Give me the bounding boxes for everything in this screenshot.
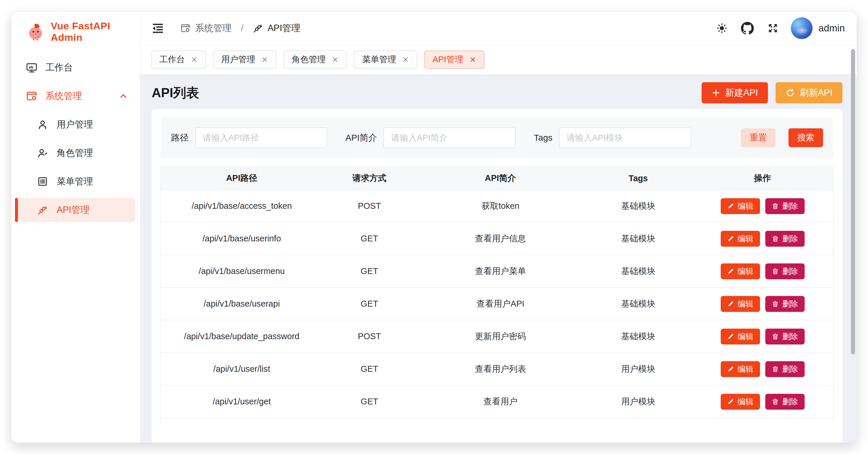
scrollbar-thumb[interactable]: [851, 49, 855, 354]
delete-button[interactable]: 删除: [765, 329, 805, 344]
cell-tags: 用户模块: [585, 363, 692, 375]
window-gear-icon: [181, 23, 190, 33]
theme-sun-icon[interactable]: [716, 23, 727, 34]
delete-button[interactable]: 删除: [765, 231, 805, 247]
filter-bar: 路径 API简介 Tags 重置 搜索: [160, 117, 834, 158]
cell-method: GET: [322, 397, 417, 406]
chevron-up-icon[interactable]: [119, 92, 128, 101]
cell-actions: 编辑 删除: [692, 394, 833, 410]
cell-tags: 基础模块: [585, 331, 692, 342]
app-title: Vue FastAPI Admin: [51, 20, 140, 43]
delete-button[interactable]: 删除: [765, 394, 805, 410]
sidebar-item-label: 角色管理: [57, 147, 93, 159]
list-icon: [37, 176, 49, 187]
col-header-actions: 操作: [692, 172, 833, 184]
path-filter-label: 路径: [171, 132, 189, 144]
trash-icon: [772, 333, 779, 340]
edit-button[interactable]: 编辑: [721, 198, 760, 214]
table-row: /api/v1/user/get GET 查看用户 用户模块 编辑 删除: [161, 386, 833, 418]
cell-method: POST: [322, 332, 417, 341]
app-logo: Vue FastAPI Admin: [11, 11, 140, 44]
sidebar-item-menus[interactable]: 菜单管理: [15, 169, 135, 194]
delete-button[interactable]: 删除: [765, 263, 805, 279]
cell-tags: 基础模块: [585, 233, 692, 245]
sidebar: Vue FastAPI Admin 工作台: [11, 11, 141, 443]
new-api-button[interactable]: 新建API: [702, 82, 768, 103]
refresh-api-button[interactable]: 刷新API: [776, 82, 842, 103]
cell-actions: 编辑 删除: [692, 263, 833, 279]
new-api-label: 新建API: [725, 87, 758, 99]
tab-workbench[interactable]: 工作台: [151, 51, 206, 69]
edit-button[interactable]: 编辑: [721, 361, 760, 377]
username[interactable]: admin: [818, 23, 845, 34]
sidebar-item-label: API管理: [57, 204, 90, 216]
col-header-tags: Tags: [585, 174, 692, 183]
sidebar-item-system[interactable]: 系统管理: [15, 84, 135, 108]
tab-close-icon[interactable]: [332, 56, 339, 63]
summary-filter-input[interactable]: [383, 127, 516, 148]
sidebar-item-label: 系统管理: [45, 90, 82, 102]
cell-path: /api/v1/user/get: [161, 397, 322, 406]
app-window: Vue FastAPI Admin 工作台: [11, 11, 857, 443]
tab-close-icon[interactable]: [261, 56, 268, 63]
cell-method: GET: [322, 234, 417, 244]
breadcrumb-current[interactable]: API管理: [268, 22, 301, 34]
delete-button[interactable]: 删除: [765, 198, 805, 214]
user-avatar[interactable]: [791, 17, 812, 39]
tab-roles[interactable]: 角色管理: [283, 51, 347, 69]
tab-label: 菜单管理: [362, 54, 396, 65]
table-row: /api/v1/base/update_password POST 更新用户密码…: [161, 320, 833, 353]
edit-button[interactable]: 编辑: [721, 329, 760, 344]
trash-icon: [772, 268, 779, 275]
sidebar-item-label: 用户管理: [57, 118, 93, 131]
pencil-icon: [727, 333, 734, 340]
plug-icon: [253, 23, 263, 33]
page-content: API列表 新建API: [141, 74, 857, 443]
sidebar-item-label: 工作台: [45, 61, 73, 74]
plug-icon: [37, 204, 49, 216]
breadcrumb-parent[interactable]: 系统管理: [195, 22, 231, 34]
cell-summary: 查看用户信息: [416, 233, 585, 245]
reset-button[interactable]: 重置: [741, 128, 776, 147]
tags-filter-input[interactable]: [559, 127, 691, 148]
cell-actions: 编辑 删除: [692, 361, 833, 377]
tab-close-icon[interactable]: [191, 56, 198, 63]
tab-bar: 工作台 用户管理 角色管理 菜单管理: [141, 45, 857, 74]
fullscreen-icon[interactable]: [767, 23, 778, 34]
pencil-icon: [727, 268, 734, 275]
tab-api[interactable]: API管理: [424, 51, 485, 69]
breadcrumb: 系统管理 / API管理: [181, 22, 301, 34]
sidebar-item-api[interactable]: API管理: [15, 198, 135, 222]
sidebar-collapse-icon[interactable]: [151, 22, 165, 35]
edit-button[interactable]: 编辑: [721, 231, 760, 247]
cell-path: /api/v1/base/usermenu: [161, 266, 322, 276]
cell-method: GET: [322, 266, 417, 276]
edit-button[interactable]: 编辑: [721, 394, 760, 410]
breadcrumb-separator: /: [241, 23, 244, 33]
tab-label: 角色管理: [292, 54, 326, 65]
sidebar-item-users[interactable]: 用户管理: [15, 112, 135, 137]
cell-summary: 更新用户密码: [416, 331, 585, 342]
tab-menus[interactable]: 菜单管理: [354, 51, 417, 69]
sidebar-item-roles[interactable]: 角色管理: [15, 141, 135, 165]
search-button[interactable]: 搜索: [788, 128, 823, 147]
table-row-partial: [161, 418, 833, 423]
api-card: 路径 API简介 Tags 重置 搜索 API路径 请求方式 API简介 Tag: [152, 109, 842, 443]
tab-users[interactable]: 用户管理: [213, 51, 276, 69]
chick-logo-icon: [26, 22, 45, 41]
sidebar-item-workbench[interactable]: 工作台: [15, 56, 135, 80]
delete-button[interactable]: 删除: [765, 296, 805, 312]
tab-close-icon[interactable]: [469, 56, 476, 63]
tab-close-icon[interactable]: [402, 56, 409, 63]
path-filter-input[interactable]: [195, 127, 327, 148]
delete-button[interactable]: 删除: [765, 361, 805, 377]
trash-icon: [772, 398, 779, 405]
edit-button[interactable]: 编辑: [721, 263, 760, 279]
cell-path: /api/v1/base/userinfo: [161, 234, 322, 244]
summary-filter-label: API简介: [345, 132, 377, 144]
cell-summary: 查看用户列表: [416, 363, 585, 375]
edit-button[interactable]: 编辑: [721, 296, 760, 312]
cell-actions: 编辑 删除: [692, 329, 833, 344]
tab-label: 工作台: [159, 54, 185, 65]
github-icon[interactable]: [741, 22, 754, 35]
